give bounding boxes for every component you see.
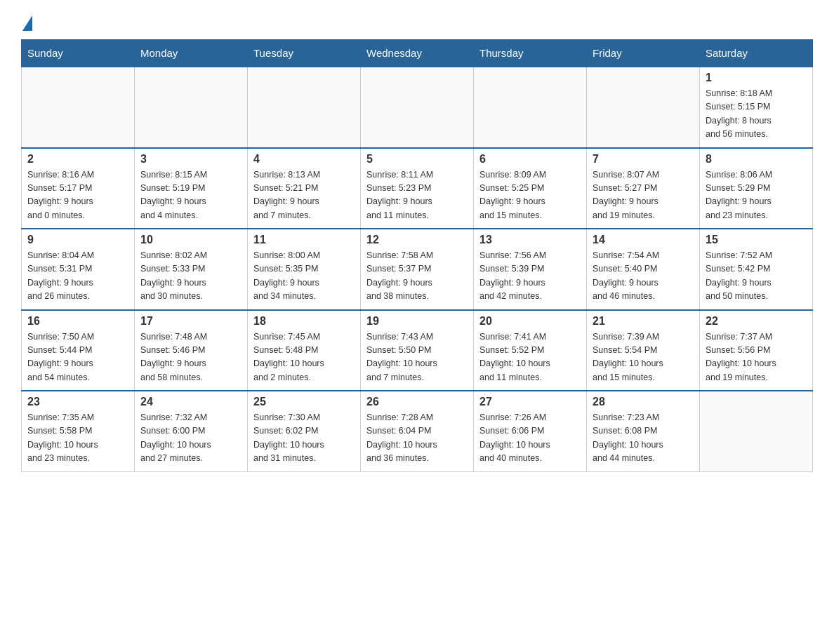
day-info: Sunrise: 7:48 AMSunset: 5:46 PMDaylight:… [140,330,241,385]
day-info: Sunrise: 8:09 AMSunset: 5:25 PMDaylight:… [479,168,581,223]
day-info: Sunrise: 7:32 AMSunset: 6:00 PMDaylight:… [140,411,241,466]
day-info: Sunrise: 8:06 AMSunset: 5:29 PMDaylight:… [706,168,807,223]
day-info: Sunrise: 7:43 AMSunset: 5:50 PMDaylight:… [366,330,468,385]
day-info: Sunrise: 8:11 AMSunset: 5:23 PMDaylight:… [366,168,468,223]
day-number: 28 [593,396,694,408]
day-number: 20 [479,315,581,328]
calendar-cell: 28Sunrise: 7:23 AMSunset: 6:08 PMDayligh… [587,391,700,471]
day-number: 27 [479,396,581,408]
day-info: Sunrise: 7:28 AMSunset: 6:04 PMDaylight:… [366,411,468,466]
day-number: 5 [366,153,468,166]
calendar-cell: 18Sunrise: 7:45 AMSunset: 5:48 PMDayligh… [248,310,361,391]
calendar-cell: 15Sunrise: 7:52 AMSunset: 5:42 PMDayligh… [700,229,813,310]
calendar-cell: 1Sunrise: 8:18 AMSunset: 5:15 PMDaylight… [700,67,813,148]
day-number: 9 [27,234,128,246]
calendar-cell: 23Sunrise: 7:35 AMSunset: 5:58 PMDayligh… [22,391,135,471]
weekday-header-saturday: Saturday [700,40,813,67]
day-info: Sunrise: 7:37 AMSunset: 5:56 PMDaylight:… [706,330,807,385]
day-number: 11 [253,234,355,246]
day-number: 19 [366,315,468,328]
day-number: 22 [706,315,807,328]
week-row-1: 1Sunrise: 8:18 AMSunset: 5:15 PMDaylight… [22,67,813,148]
calendar-cell: 2Sunrise: 8:16 AMSunset: 5:17 PMDaylight… [22,148,135,229]
calendar-cell: 8Sunrise: 8:06 AMSunset: 5:29 PMDaylight… [700,148,813,229]
day-number: 21 [593,315,694,328]
calendar-cell: 16Sunrise: 7:50 AMSunset: 5:44 PMDayligh… [22,310,135,391]
weekday-header-sunday: Sunday [22,40,135,67]
calendar-cell: 9Sunrise: 8:04 AMSunset: 5:31 PMDaylight… [22,229,135,310]
day-number: 23 [27,396,128,408]
calendar-table: SundayMondayTuesdayWednesdayThursdayFrid… [21,39,813,472]
week-row-4: 16Sunrise: 7:50 AMSunset: 5:44 PMDayligh… [22,310,813,391]
weekday-header-row: SundayMondayTuesdayWednesdayThursdayFrid… [22,40,813,67]
weekday-header-monday: Monday [135,40,248,67]
day-info: Sunrise: 8:16 AMSunset: 5:17 PMDaylight:… [27,168,128,223]
day-number: 16 [27,315,128,328]
logo [21,14,32,28]
calendar-cell: 12Sunrise: 7:58 AMSunset: 5:37 PMDayligh… [361,229,474,310]
day-number: 7 [593,153,694,166]
day-number: 14 [593,234,694,246]
day-number: 12 [366,234,468,246]
calendar-cell: 19Sunrise: 7:43 AMSunset: 5:50 PMDayligh… [361,310,474,391]
calendar-cell: 7Sunrise: 8:07 AMSunset: 5:27 PMDaylight… [587,148,700,229]
week-row-3: 9Sunrise: 8:04 AMSunset: 5:31 PMDaylight… [22,229,813,310]
day-info: Sunrise: 7:56 AMSunset: 5:39 PMDaylight:… [479,249,581,304]
day-info: Sunrise: 8:02 AMSunset: 5:33 PMDaylight:… [140,249,241,304]
calendar-cell: 21Sunrise: 7:39 AMSunset: 5:54 PMDayligh… [587,310,700,391]
day-info: Sunrise: 8:18 AMSunset: 5:15 PMDaylight:… [706,87,807,142]
day-info: Sunrise: 8:00 AMSunset: 5:35 PMDaylight:… [253,249,355,304]
calendar-cell: 5Sunrise: 8:11 AMSunset: 5:23 PMDaylight… [361,148,474,229]
day-info: Sunrise: 7:52 AMSunset: 5:42 PMDaylight:… [706,249,807,304]
calendar-cell: 11Sunrise: 8:00 AMSunset: 5:35 PMDayligh… [248,229,361,310]
calendar-cell: 10Sunrise: 8:02 AMSunset: 5:33 PMDayligh… [135,229,248,310]
day-info: Sunrise: 8:15 AMSunset: 5:19 PMDaylight:… [140,168,241,223]
weekday-header-thursday: Thursday [474,40,587,67]
logo-triangle-icon [22,15,32,31]
calendar-cell [474,67,587,148]
day-number: 3 [140,153,241,166]
calendar-cell: 25Sunrise: 7:30 AMSunset: 6:02 PMDayligh… [248,391,361,471]
week-row-5: 23Sunrise: 7:35 AMSunset: 5:58 PMDayligh… [22,391,813,471]
day-number: 18 [253,315,355,328]
day-number: 6 [479,153,581,166]
calendar-cell: 4Sunrise: 8:13 AMSunset: 5:21 PMDaylight… [248,148,361,229]
weekday-header-tuesday: Tuesday [248,40,361,67]
day-number: 13 [479,234,581,246]
week-row-2: 2Sunrise: 8:16 AMSunset: 5:17 PMDaylight… [22,148,813,229]
calendar-cell: 14Sunrise: 7:54 AMSunset: 5:40 PMDayligh… [587,229,700,310]
day-info: Sunrise: 7:58 AMSunset: 5:37 PMDaylight:… [366,249,468,304]
day-number: 15 [706,234,807,246]
day-number: 4 [253,153,355,166]
calendar-cell: 3Sunrise: 8:15 AMSunset: 5:19 PMDaylight… [135,148,248,229]
page-header [21,14,813,28]
day-info: Sunrise: 8:13 AMSunset: 5:21 PMDaylight:… [253,168,355,223]
calendar-cell [135,67,248,148]
day-info: Sunrise: 7:26 AMSunset: 6:06 PMDaylight:… [479,411,581,466]
day-number: 26 [366,396,468,408]
day-info: Sunrise: 7:39 AMSunset: 5:54 PMDaylight:… [593,330,694,385]
calendar-cell [700,391,813,471]
day-number: 24 [140,396,241,408]
day-info: Sunrise: 7:50 AMSunset: 5:44 PMDaylight:… [27,330,128,385]
day-number: 25 [253,396,355,408]
calendar-cell [361,67,474,148]
day-number: 8 [706,153,807,166]
calendar-cell: 27Sunrise: 7:26 AMSunset: 6:06 PMDayligh… [474,391,587,471]
calendar-cell: 22Sunrise: 7:37 AMSunset: 5:56 PMDayligh… [700,310,813,391]
day-info: Sunrise: 7:41 AMSunset: 5:52 PMDaylight:… [479,330,581,385]
calendar-cell [248,67,361,148]
day-info: Sunrise: 7:30 AMSunset: 6:02 PMDaylight:… [253,411,355,466]
day-info: Sunrise: 8:04 AMSunset: 5:31 PMDaylight:… [27,249,128,304]
day-info: Sunrise: 7:54 AMSunset: 5:40 PMDaylight:… [593,249,694,304]
day-number: 10 [140,234,241,246]
day-number: 17 [140,315,241,328]
calendar-cell [587,67,700,148]
calendar-cell: 24Sunrise: 7:32 AMSunset: 6:00 PMDayligh… [135,391,248,471]
day-number: 2 [27,153,128,166]
calendar-cell: 17Sunrise: 7:48 AMSunset: 5:46 PMDayligh… [135,310,248,391]
day-info: Sunrise: 7:45 AMSunset: 5:48 PMDaylight:… [253,330,355,385]
weekday-header-wednesday: Wednesday [361,40,474,67]
calendar-cell: 13Sunrise: 7:56 AMSunset: 5:39 PMDayligh… [474,229,587,310]
day-info: Sunrise: 7:23 AMSunset: 6:08 PMDaylight:… [593,411,694,466]
